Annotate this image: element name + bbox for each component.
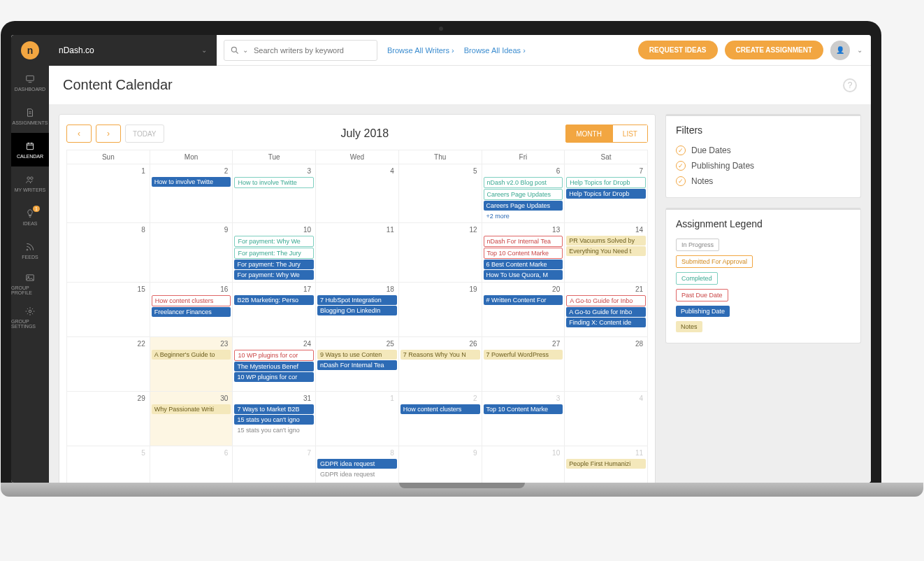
calendar-cell[interactable]: 1: [67, 164, 150, 223]
calendar-event[interactable]: A Go-to Guide for Inbo: [566, 307, 646, 317]
sidebar-item-my-writers[interactable]: MY WRITERS: [11, 166, 49, 200]
create-assignment-button[interactable]: CREATE ASSIGNMENT: [725, 41, 823, 59]
calendar-event[interactable]: How content clusters: [400, 404, 480, 414]
calendar-event[interactable]: How To Use Quora, M: [484, 270, 563, 280]
calendar-cell[interactable]: 20# Written Content For: [482, 283, 565, 337]
calendar-cell[interactable]: 11People First Humanizi: [565, 446, 648, 483]
browse-ideas-link[interactable]: Browse All Ideas ›: [464, 46, 526, 55]
calendar-event[interactable]: How to involve Twitte: [152, 177, 231, 187]
calendar-cell[interactable]: 6: [150, 446, 233, 483]
calendar-cell[interactable]: 267 Reasons Why You N: [398, 337, 482, 392]
calendar-event[interactable]: # Written Content For: [484, 295, 563, 305]
calendar-cell[interactable]: 187 HubSpot IntegrationBlogging On Linke…: [316, 283, 399, 337]
calendar-cell[interactable]: 5: [398, 164, 482, 223]
calendar-event[interactable]: A Go-to Guide for Inbo: [566, 295, 646, 306]
search-box[interactable]: ⌄: [224, 40, 377, 61]
calendar-event[interactable]: Why Passionate Writi: [152, 404, 231, 414]
calendar-cell[interactable]: 1: [316, 392, 399, 446]
calendar-cell[interactable]: 28: [565, 337, 648, 392]
calendar-cell[interactable]: 23A Beginner's Guide to: [150, 337, 233, 392]
calendar-cell[interactable]: 4: [316, 164, 399, 223]
sidebar-item-ideas[interactable]: IDEAS: [11, 200, 49, 234]
calendar-event[interactable]: 9 Ways to use Conten: [317, 350, 397, 360]
calendar-event[interactable]: Freelancer Finances: [152, 307, 231, 317]
calendar-event[interactable]: PR Vacuums Solved by: [566, 236, 646, 246]
calendar-cell[interactable]: 9: [150, 223, 233, 283]
calendar-cell[interactable]: 2How content clusters: [398, 392, 482, 446]
calendar-cell[interactable]: 317 Ways to Market B2B15 stats you can't…: [233, 392, 316, 446]
calendar-event[interactable]: A Beginner's Guide to: [152, 350, 231, 360]
filter-publishing-dates[interactable]: ✓Publishing Dates: [676, 158, 851, 173]
sidebar-item-assignments[interactable]: ASSIGNMENTS: [11, 99, 49, 133]
sidebar-item-calendar[interactable]: CALENDAR: [11, 133, 49, 166]
calendar-cell[interactable]: 11: [316, 223, 399, 283]
list-view-button[interactable]: LIST: [612, 125, 648, 143]
next-button[interactable]: ›: [96, 125, 121, 143]
calendar-cell[interactable]: 21A Go-to Guide for InboA Go-to Guide fo…: [565, 283, 648, 337]
calendar-event[interactable]: GDPR idea request: [317, 469, 397, 479]
calendar-cell[interactable]: 2410 WP plugins for corThe Mysterious Be…: [233, 337, 316, 392]
sidebar-item-group-settings[interactable]: GROUP SETTINGS: [11, 301, 49, 334]
calendar-event[interactable]: For payment: The Jury: [234, 260, 314, 269]
calendar-event[interactable]: Careers Page Updates: [484, 201, 563, 211]
today-button[interactable]: TODAY: [125, 125, 164, 143]
calendar-cell[interactable]: 8: [67, 223, 150, 283]
calendar-cell[interactable]: 259 Ways to use ContennDash For Internal…: [316, 337, 399, 392]
calendar-cell[interactable]: 6nDash v2.0 Blog postCareers Page Update…: [482, 164, 565, 223]
browse-writers-link[interactable]: Browse All Writers ›: [387, 46, 454, 55]
calendar-event[interactable]: 15 stats you can't igno: [234, 415, 314, 425]
calendar-cell[interactable]: 29: [67, 392, 150, 446]
calendar-event[interactable]: nDash For Internal Tea: [317, 360, 397, 370]
calendar-event[interactable]: People First Humanizi: [566, 459, 646, 469]
logo[interactable]: n: [11, 35, 49, 66]
calendar-event[interactable]: nDash v2.0 Blog post: [484, 177, 563, 188]
calendar-event[interactable]: How to involve Twitte: [234, 177, 314, 188]
calendar-cell[interactable]: 3Top 10 Content Marke: [482, 392, 565, 446]
calendar-event[interactable]: For payment: Why We: [234, 270, 314, 280]
calendar-cell[interactable]: 14PR Vacuums Solved byEverything You Nee…: [565, 223, 648, 283]
sidebar-item-group-profile[interactable]: GROUP PROFILE: [11, 267, 49, 301]
calendar-cell[interactable]: 277 Powerful WordPress: [482, 337, 565, 392]
more-link[interactable]: +2 more: [484, 211, 563, 221]
month-view-button[interactable]: MONTH: [565, 125, 612, 143]
calendar-cell[interactable]: 2How to involve Twitte: [150, 164, 233, 223]
calendar-cell[interactable]: 5: [67, 446, 150, 483]
calendar-cell[interactable]: 17B2B Marketing: Perso: [233, 283, 316, 337]
help-icon[interactable]: ?: [843, 78, 857, 92]
calendar-event[interactable]: Careers Page Updates: [484, 189, 563, 200]
calendar-cell[interactable]: 30Why Passionate Writi: [150, 392, 233, 446]
calendar-event[interactable]: Help Topics for Dropb: [566, 189, 646, 199]
calendar-event[interactable]: Top 10 Content Marke: [484, 404, 563, 414]
calendar-cell[interactable]: 9: [398, 446, 482, 483]
calendar-cell[interactable]: 8GDPR idea requestGDPR idea request: [316, 446, 399, 483]
calendar-event[interactable]: GDPR idea request: [317, 459, 397, 469]
calendar-event[interactable]: For payment: The Jury: [234, 248, 314, 259]
calendar-cell[interactable]: 3How to involve Twitte: [233, 164, 316, 223]
filter-notes[interactable]: ✓Notes: [676, 173, 851, 189]
org-select[interactable]: nDash.co ⌄: [49, 35, 217, 66]
calendar-event[interactable]: Finding X: Content ide: [566, 318, 646, 327]
filter-due-dates[interactable]: ✓Due Dates: [676, 143, 851, 158]
sidebar-item-feeds[interactable]: FEEDS: [11, 234, 49, 267]
calendar-cell[interactable]: 13nDash For Internal TeaTop 10 Content M…: [482, 223, 565, 283]
calendar-event[interactable]: 7 Reasons Why You N: [400, 350, 480, 360]
calendar-cell[interactable]: 7: [233, 446, 316, 483]
calendar-event[interactable]: 7 HubSpot Integration: [317, 295, 397, 305]
sidebar-item-dashboard[interactable]: DASHBOARD: [11, 66, 49, 99]
chevron-down-icon[interactable]: ⌄: [857, 46, 862, 54]
calendar-cell[interactable]: 19: [398, 283, 482, 337]
calendar-event[interactable]: 7 Ways to Market B2B: [234, 404, 314, 414]
request-ideas-button[interactable]: REQUEST IDEAS: [638, 41, 718, 59]
calendar-cell[interactable]: 15: [67, 283, 150, 337]
calendar-event[interactable]: nDash For Internal Tea: [484, 236, 563, 247]
calendar-event[interactable]: Blogging On LinkedIn: [317, 306, 397, 315]
calendar-cell[interactable]: 16How content clustersFreelancer Finance…: [150, 283, 233, 337]
calendar-cell[interactable]: 10: [482, 446, 565, 483]
calendar-event[interactable]: Top 10 Content Marke: [484, 248, 563, 259]
calendar-event[interactable]: The Mysterious Benef: [234, 362, 314, 371]
calendar-event[interactable]: 6 Best Content Marke: [484, 260, 563, 269]
calendar-cell[interactable]: 10For payment: Why WeFor payment: The Ju…: [233, 223, 316, 283]
calendar-event[interactable]: Help Topics for Dropb: [566, 177, 646, 188]
calendar-event[interactable]: How content clusters: [152, 295, 231, 306]
prev-button[interactable]: ‹: [66, 125, 92, 143]
